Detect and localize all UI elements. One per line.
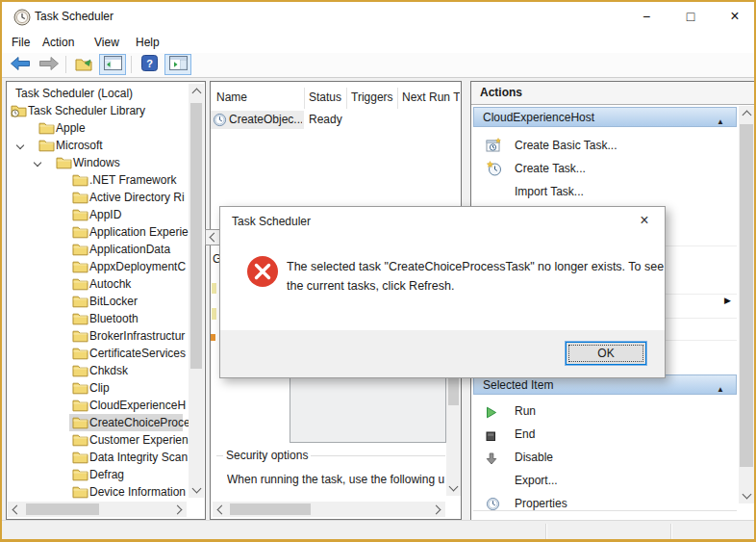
- action-item[interactable]: End: [473, 423, 723, 446]
- tree-item[interactable]: CertificateServices: [8, 345, 189, 362]
- status-separator: [545, 524, 547, 539]
- action-item[interactable]: Create Task...: [473, 157, 723, 180]
- forward-arrow-icon: [38, 56, 60, 74]
- tree-item[interactable]: Autochk: [8, 275, 189, 293]
- tree-item[interactable]: AppID: [8, 206, 189, 223]
- column-divider[interactable]: [304, 88, 305, 109]
- maximize-button[interactable]: □: [668, 2, 713, 31]
- scroll-up-button[interactable]: [739, 106, 754, 121]
- tree-item[interactable]: BrokerInfrastructur: [8, 327, 189, 345]
- details-horizontal-scrollbar[interactable]: [213, 502, 445, 517]
- action-item-label: Create Task...: [515, 157, 586, 180]
- window-title: Task Scheduler: [35, 10, 113, 23]
- scroll-right-button[interactable]: [430, 502, 445, 517]
- action-item[interactable]: Disable: [473, 446, 723, 469]
- column-divider[interactable]: [397, 88, 398, 109]
- dialog-close-button[interactable]: ×: [624, 207, 665, 236]
- tree-item[interactable]: BitLocker: [8, 293, 189, 310]
- group-header-label: Selected Item: [483, 378, 553, 392]
- scroll-thumb[interactable]: [230, 503, 311, 515]
- tree-item[interactable]: Windows: [8, 154, 189, 171]
- minimize-button[interactable]: −: [624, 2, 668, 31]
- column-header-triggers[interactable]: Triggers: [351, 86, 393, 111]
- collapse-group-icon[interactable]: ▲: [717, 380, 724, 400]
- tree-item[interactable]: Application Experie: [8, 223, 189, 241]
- task-name-cell: CreateObjec...: [229, 113, 302, 126]
- action-item[interactable]: Create Basic Task...: [473, 134, 723, 157]
- tree-item-label: Task Scheduler (Local): [15, 85, 133, 102]
- actions-vertical-scrollbar[interactable]: [739, 106, 754, 503]
- dialog-title-bar[interactable]: Task Scheduler ×: [220, 207, 665, 236]
- scroll-down-button[interactable]: [189, 482, 204, 498]
- menu-file[interactable]: File: [9, 34, 33, 52]
- back-button[interactable]: [8, 54, 33, 75]
- tree-horizontal-scrollbar[interactable]: [8, 502, 187, 517]
- tree-item-label: Data Integrity Scan: [89, 449, 188, 466]
- console-tree-toggle-button[interactable]: [99, 54, 126, 75]
- run-icon: [486, 403, 502, 420]
- tree-expand-chevron-icon[interactable]: [16, 142, 24, 149]
- task-row[interactable]: CreateObjec... Ready: [211, 111, 461, 129]
- scroll-down-button[interactable]: [739, 488, 754, 503]
- scroll-up-button[interactable]: [189, 84, 204, 99]
- tree-item[interactable]: Defrag: [8, 466, 189, 483]
- close-button[interactable]: ×: [713, 2, 756, 31]
- scroll-thumb[interactable]: [740, 124, 753, 467]
- tree-item[interactable]: Apple: [8, 119, 189, 137]
- action-item[interactable]: Properties: [473, 492, 723, 515]
- error-dialog: Task Scheduler × The selected task "Crea…: [219, 206, 666, 378]
- scroll-down-button[interactable]: [446, 480, 461, 496]
- action-item[interactable]: Export...: [473, 469, 723, 492]
- tree-item[interactable]: Customer Experien: [8, 431, 189, 449]
- tree-expand-chevron-icon[interactable]: [34, 159, 41, 167]
- tree-item[interactable]: ApplicationData: [8, 241, 189, 258]
- tree-item[interactable]: Clip: [8, 379, 189, 397]
- tree-item-label: Active Directory Ri: [89, 189, 185, 206]
- tree-item-label: AppID: [89, 206, 121, 223]
- scroll-left-button[interactable]: [8, 502, 23, 517]
- scroll-thumb[interactable]: [26, 503, 99, 515]
- column-header-status[interactable]: Status: [309, 86, 341, 111]
- collapse-tree-button[interactable]: [205, 229, 220, 245]
- tree-vertical-scrollbar[interactable]: [189, 84, 204, 498]
- tree-item[interactable]: Active Directory Ri: [8, 189, 189, 206]
- actions-group-header-folder[interactable]: CloudExperienceHost ▲: [473, 107, 737, 127]
- ok-button[interactable]: OK: [566, 342, 646, 365]
- menu-view[interactable]: View: [91, 34, 122, 52]
- tree-item[interactable]: Bluetooth: [8, 310, 189, 327]
- action-item[interactable]: Run: [473, 400, 723, 423]
- column-divider[interactable]: [346, 88, 347, 109]
- menu-action[interactable]: Action: [39, 34, 77, 52]
- collapse-group-icon[interactable]: ▲: [717, 113, 724, 132]
- tree-item[interactable]: Chkdsk: [8, 362, 189, 379]
- tree-item[interactable]: AppxDeploymentC: [8, 258, 189, 275]
- console-tree-icon: [104, 56, 122, 73]
- scroll-right-button[interactable]: [171, 502, 187, 517]
- help-button[interactable]: ?: [137, 54, 162, 75]
- scroll-thumb[interactable]: [190, 103, 202, 369]
- tree-item[interactable]: Device Information: [8, 483, 189, 501]
- action-pane-toggle-button[interactable]: [164, 54, 191, 75]
- tree-item[interactable]: CloudExperienceH: [8, 397, 189, 414]
- tree-item[interactable]: Data Integrity Scan: [8, 449, 189, 466]
- menu-help[interactable]: Help: [133, 34, 163, 52]
- column-header-next-run[interactable]: Next Run Ti: [402, 86, 460, 111]
- tree-item[interactable]: CreateChoiceProce: [8, 414, 189, 431]
- tree-item-label: Task Scheduler Library: [28, 102, 145, 119]
- tree-item-label: Apple: [56, 119, 86, 137]
- scroll-thumb[interactable]: [448, 376, 459, 405]
- scroll-left-button[interactable]: [213, 502, 228, 517]
- action-item-label: End: [515, 423, 535, 446]
- tree-item[interactable]: Microsoft: [8, 137, 189, 154]
- tree-item[interactable]: Task Scheduler (Local): [8, 85, 189, 102]
- tree-item[interactable]: .NET Framework: [8, 171, 189, 189]
- status-bar: [2, 520, 754, 542]
- tree-item[interactable]: Task Scheduler Library: [8, 102, 189, 119]
- tree-item-label: Windows: [73, 154, 120, 171]
- forward-button[interactable]: [37, 54, 62, 75]
- action-item[interactable]: Import Task...: [473, 180, 723, 203]
- column-header-name[interactable]: Name: [216, 86, 247, 111]
- basic-task-icon: [486, 138, 502, 154]
- up-folder-button[interactable]: [71, 54, 96, 75]
- title-bar[interactable]: Task Scheduler − □ ×: [2, 2, 754, 32]
